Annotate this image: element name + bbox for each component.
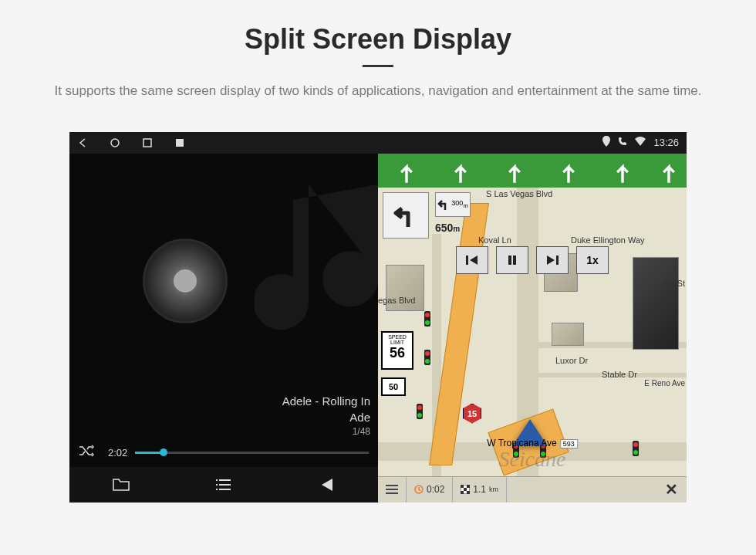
svg-rect-11 xyxy=(467,485,470,488)
flag-icon xyxy=(461,485,470,494)
street-label: iles St xyxy=(662,279,685,288)
close-button[interactable]: ✕ xyxy=(656,480,687,499)
remaining-distance[interactable]: 1.1km xyxy=(453,477,507,503)
svg-rect-10 xyxy=(461,485,464,488)
clock-icon xyxy=(414,485,424,494)
svg-rect-7 xyxy=(556,256,559,265)
street-label: Luxor Dr xyxy=(555,356,588,365)
speed-limit-sign: SPEED LIMIT 56 xyxy=(381,331,413,370)
street-label: Koval Ln xyxy=(478,235,511,245)
turn-distance: 650m xyxy=(435,222,460,234)
current-street-label: W Tropicana Ave593 xyxy=(487,438,578,448)
navigation-pane: S Las Vegas Blvd Koval Ln Duke Ellington… xyxy=(378,154,687,503)
home-icon[interactable] xyxy=(110,137,120,148)
lane-arrow-icon xyxy=(555,158,582,184)
status-bar: 13:26 xyxy=(69,132,687,154)
gallery-icon[interactable] xyxy=(174,137,185,148)
page-subtitle: It supports the same screen display of t… xyxy=(54,81,701,101)
device-screen: 13:26 Adele - Rolling In Ade 1/48 2:02 xyxy=(69,132,687,503)
progress-slider[interactable] xyxy=(135,452,369,454)
sim-restart-button[interactable] xyxy=(456,246,488,274)
traffic-light-icon xyxy=(424,311,430,327)
svg-rect-13 xyxy=(461,491,464,494)
location-icon xyxy=(602,136,610,149)
wifi-icon xyxy=(635,137,646,148)
clock-time: 13:26 xyxy=(653,137,679,148)
recent-apps-icon[interactable] xyxy=(142,137,153,148)
traffic-light-icon xyxy=(424,350,430,365)
menu-button[interactable] xyxy=(378,477,407,503)
elapsed-time: 2:02 xyxy=(108,447,127,459)
street-label: egas Blvd xyxy=(378,296,415,305)
next-turn-box: 300m xyxy=(435,192,471,217)
lane-arrow-icon xyxy=(447,158,474,184)
svg-rect-3 xyxy=(466,256,468,265)
route-number-sign: 50 xyxy=(381,377,406,396)
street-label: Stable Dr xyxy=(602,370,637,379)
lane-arrow-icon xyxy=(501,158,528,184)
svg-rect-12 xyxy=(464,488,467,491)
sim-skip-button[interactable] xyxy=(536,246,569,274)
sim-pause-button[interactable] xyxy=(496,246,528,274)
svg-rect-2 xyxy=(176,139,184,147)
playlist-button[interactable] xyxy=(212,473,235,496)
track-title: Adele - Rolling In xyxy=(69,393,370,409)
track-counter: 1/48 xyxy=(69,425,370,438)
lane-arrow-icon xyxy=(656,158,682,184)
track-artist: Ade xyxy=(69,409,370,425)
page-title: Split Screen Display xyxy=(54,23,701,56)
turn-instruction xyxy=(383,192,429,239)
nav-bottom-bar: 0:02 1.1km ✕ xyxy=(378,476,687,503)
title-underline xyxy=(363,65,393,67)
svg-rect-1 xyxy=(143,139,151,147)
simulation-controls: 1x xyxy=(456,246,609,274)
folder-button[interactable] xyxy=(110,473,133,496)
phone-icon xyxy=(618,137,627,148)
street-label: Duke Ellington Way xyxy=(571,235,645,245)
svg-rect-6 xyxy=(513,256,516,265)
sim-speed-button[interactable]: 1x xyxy=(576,246,609,274)
svg-rect-14 xyxy=(467,491,470,494)
street-label: E Reno Ave xyxy=(644,379,685,387)
svg-point-0 xyxy=(111,139,119,147)
shuffle-icon[interactable] xyxy=(79,445,94,461)
interstate-shield-icon: 15 xyxy=(463,404,481,424)
previous-track-button[interactable] xyxy=(315,473,338,496)
lane-arrow-icon xyxy=(609,158,636,184)
album-record[interactable] xyxy=(143,239,228,323)
traffic-light-icon xyxy=(417,404,423,419)
lane-guidance-bar xyxy=(378,154,687,188)
eta-time[interactable]: 0:02 xyxy=(407,477,453,503)
music-player-pane: Adele - Rolling In Ade 1/48 2:02 xyxy=(69,154,378,503)
street-label: S Las Vegas Blvd xyxy=(486,189,552,198)
traffic-light-icon xyxy=(633,441,639,456)
lane-arrow-icon xyxy=(393,158,420,184)
svg-rect-5 xyxy=(508,256,511,265)
back-icon[interactable] xyxy=(77,137,88,148)
